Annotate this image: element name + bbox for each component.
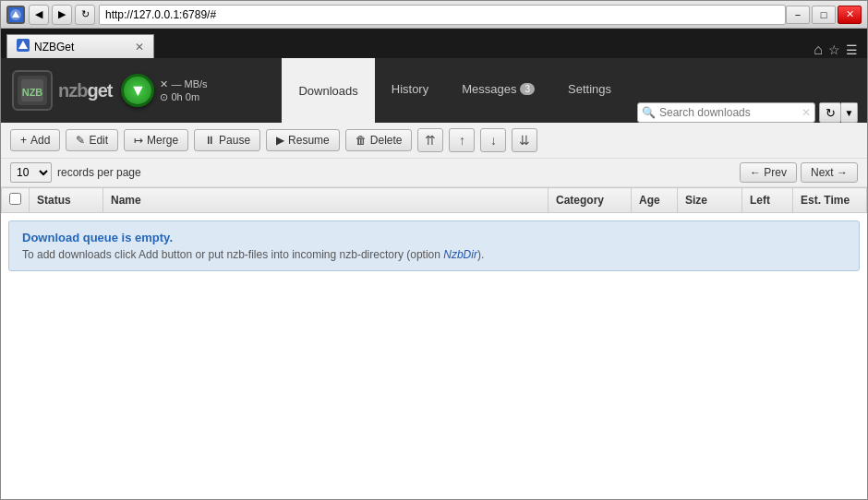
empty-queue-description: To add downloads click Add button or put…	[22, 248, 846, 261]
pause-button[interactable]: ⏸ Pause	[194, 129, 260, 151]
col-category: Category	[549, 188, 632, 213]
move-top-button[interactable]: ⇈	[417, 128, 443, 152]
tab-close-button[interactable]: ✕	[135, 41, 144, 54]
move-bottom-button[interactable]: ⇊	[512, 128, 537, 152]
tab-label: NZBGet	[34, 41, 74, 54]
speed-value: ✕ — MB/s	[160, 78, 207, 90]
browser-controls: ◀ ▶ ↻	[29, 5, 95, 25]
per-page-label: records per page	[57, 166, 141, 179]
tab-settings-label: Settings	[568, 82, 611, 96]
download-status-button[interactable]: ▼	[121, 74, 154, 107]
forward-button[interactable]: ▶	[52, 5, 72, 25]
delete-icon: 🗑	[356, 134, 367, 147]
back-button[interactable]: ◀	[29, 5, 49, 25]
download-icon: ▼	[130, 81, 147, 101]
pause-icon: ⏸	[204, 134, 215, 147]
delete-label: Delete	[370, 134, 403, 147]
merge-label: Merge	[147, 134, 178, 147]
dropdown-button[interactable]: ▼	[841, 102, 858, 123]
add-icon: +	[20, 134, 27, 147]
main-content: + Add ✎ Edit ↦ Merge ⏸ Pause ▶ Resume 🗑 …	[1, 123, 867, 499]
refresh-button[interactable]: ↻	[819, 102, 841, 123]
col-status: Status	[30, 188, 103, 213]
nzbdir-link[interactable]: NzbDir	[443, 248, 477, 261]
downloads-table: Status Name Category Age Size Left Est. …	[1, 187, 867, 213]
tab-messages[interactable]: Messages 3	[445, 58, 551, 123]
empty-queue-desc-text: To add downloads click Add button or put…	[22, 248, 443, 261]
delete-button[interactable]: 🗑 Delete	[345, 129, 413, 151]
table-wrapper: Status Name Category Age Size Left Est. …	[1, 187, 867, 499]
tab-downloads-label: Downloads	[298, 84, 357, 98]
empty-queue-desc-end: ).	[477, 248, 484, 261]
pagination-row: 10 25 50 100 records per page ← Prev Nex…	[1, 159, 867, 187]
reload-button[interactable]: ↻	[75, 5, 95, 25]
app-logo: NZB nzbget	[12, 70, 112, 111]
resume-label: Resume	[288, 134, 330, 147]
tab-settings[interactable]: Settings	[551, 58, 628, 123]
speed-info: ✕ — MB/s ⊙ 0h 0m	[160, 78, 207, 103]
close-button[interactable]: ✕	[838, 6, 862, 24]
select-all-checkbox[interactable]	[9, 193, 21, 205]
search-clear-icon[interactable]: ✕	[802, 106, 811, 119]
col-left: Left	[742, 188, 793, 213]
tab-downloads[interactable]: Downloads	[282, 58, 374, 123]
browser-menu-icon[interactable]: ☰	[846, 42, 858, 57]
resume-button[interactable]: ▶ Resume	[266, 129, 340, 151]
search-box: 🔍 ✕	[637, 102, 815, 123]
app-icon	[6, 6, 25, 24]
action-bar: + Add ✎ Edit ↦ Merge ⏸ Pause ▶ Resume 🗑 …	[1, 123, 867, 159]
time-value: ⊙ 0h 0m	[160, 91, 207, 103]
move-up-button[interactable]: ↑	[449, 128, 475, 152]
titlebar: ◀ ▶ ↻ − □ ✕	[1, 1, 867, 29]
empty-queue-title: Download queue is empty.	[22, 231, 846, 244]
move-down-button[interactable]: ↓	[480, 128, 506, 152]
merge-button[interactable]: ↦ Merge	[124, 129, 188, 151]
col-size: Size	[678, 188, 742, 213]
prev-page-button[interactable]: ← Prev	[740, 162, 797, 183]
col-name: Name	[103, 188, 549, 213]
edit-label: Edit	[89, 134, 108, 147]
window-buttons: − □ ✕	[786, 6, 862, 24]
browser-star-icon[interactable]: ☆	[828, 42, 840, 57]
nav-tabs: Downloads History Messages 3 Settings 🔍 …	[282, 58, 867, 123]
app-header: NZB nzbget ▼ ✕ — MB/s ⊙ 0h 0m Downloads …	[1, 58, 867, 123]
empty-queue-notice: Download queue is empty. To add download…	[8, 220, 860, 271]
edit-icon: ✎	[76, 134, 85, 147]
tab-favicon	[17, 39, 30, 54]
svg-text:NZB: NZB	[22, 87, 43, 98]
address-bar[interactable]	[99, 5, 786, 25]
add-label: Add	[30, 134, 50, 147]
col-esttime: Est. Time	[793, 188, 867, 213]
col-checkbox	[2, 188, 30, 213]
next-page-button[interactable]: Next →	[801, 162, 858, 183]
tab-messages-label: Messages	[462, 82, 516, 96]
tab-history[interactable]: History	[375, 58, 445, 123]
edit-button[interactable]: ✎ Edit	[66, 129, 118, 151]
messages-badge: 3	[520, 83, 535, 95]
logo-icon: NZB	[12, 70, 53, 111]
col-age: Age	[632, 188, 678, 213]
add-button[interactable]: + Add	[10, 129, 60, 151]
page-nav: ← Prev Next →	[740, 162, 858, 183]
browser-tab[interactable]: NZBGet ✕	[6, 34, 154, 58]
search-input[interactable]	[659, 106, 798, 119]
per-page-select[interactable]: 10 25 50 100	[10, 162, 52, 183]
browser-tabbar: NZBGet ✕ ⌂ ☆ ☰	[1, 29, 867, 58]
search-icon: 🔍	[642, 106, 656, 119]
pause-label: Pause	[219, 134, 250, 147]
resume-icon: ▶	[276, 134, 284, 147]
tab-history-label: History	[392, 82, 428, 96]
maximize-button[interactable]: □	[812, 6, 836, 24]
merge-icon: ↦	[134, 134, 143, 147]
minimize-button[interactable]: −	[786, 6, 810, 24]
browser-home-icon[interactable]: ⌂	[814, 42, 823, 58]
